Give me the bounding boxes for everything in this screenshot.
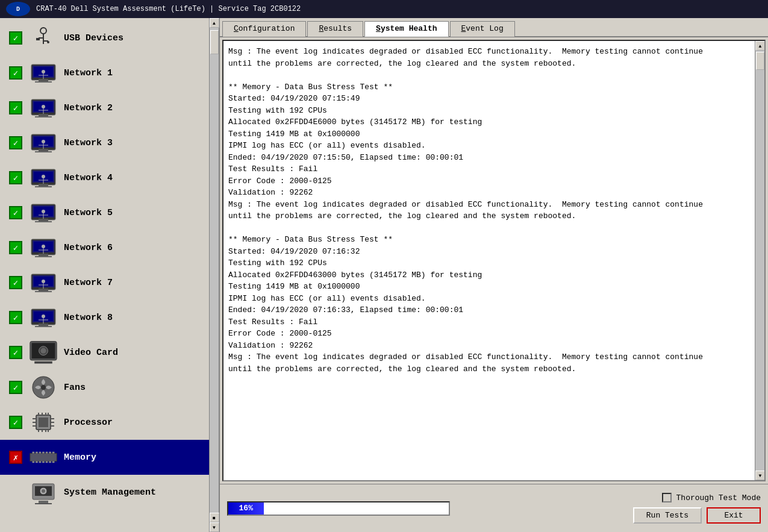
check-icon: ✓ bbox=[9, 31, 22, 45]
scroll-up-button[interactable]: ▲ bbox=[210, 18, 219, 28]
device-icon-processor bbox=[29, 410, 58, 434]
tab-system-health[interactable]: System Health bbox=[364, 21, 448, 37]
status-icon-fans: ✓ bbox=[7, 379, 24, 396]
tab-results-label: Results bbox=[319, 24, 352, 33]
progress-bar-fill: 16% bbox=[228, 502, 264, 515]
device-icon-network4 bbox=[29, 166, 58, 190]
status-icon-network2: ✓ bbox=[7, 99, 24, 116]
tab-event-log[interactable]: Event Log bbox=[450, 21, 515, 37]
svg-rect-105 bbox=[46, 461, 48, 463]
right-panel: Configuration Results System Health Even… bbox=[220, 18, 768, 532]
svg-rect-10 bbox=[35, 81, 52, 83]
device-item-network6[interactable]: ✓ Network 6 bbox=[0, 230, 219, 265]
device-item-network3[interactable]: ✓ Network 3 bbox=[0, 125, 219, 160]
bottom-bar: 16% Thorough Test Mode Run Tests Exit bbox=[220, 484, 768, 532]
svg-rect-99 bbox=[49, 452, 51, 454]
log-scrollbar[interactable]: ▲ ▼ bbox=[755, 41, 764, 480]
status-icon-network7: ✓ bbox=[7, 274, 24, 291]
device-icon-network1 bbox=[29, 61, 58, 85]
device-label-fans: Fans bbox=[64, 383, 86, 393]
svg-point-0 bbox=[40, 28, 46, 34]
svg-rect-104 bbox=[42, 461, 45, 463]
svg-rect-96 bbox=[39, 452, 42, 454]
device-item-processor[interactable]: ✓ Processor bbox=[0, 405, 219, 440]
progress-section: 16% bbox=[227, 501, 633, 516]
svg-rect-57 bbox=[39, 289, 48, 291]
svg-rect-95 bbox=[36, 452, 38, 454]
svg-rect-107 bbox=[52, 461, 55, 463]
svg-rect-65 bbox=[39, 324, 48, 326]
device-item-videocard[interactable]: ✓ Video Card bbox=[0, 335, 219, 370]
check-icon: ✓ bbox=[9, 136, 22, 149]
device-item-network4[interactable]: ✓ Network 4 bbox=[0, 160, 219, 195]
device-label-network2: Network 2 bbox=[64, 103, 113, 113]
check-icon: ✓ bbox=[9, 171, 22, 184]
svg-point-68 bbox=[42, 315, 45, 318]
svg-rect-18 bbox=[35, 116, 52, 117]
check-icon: ✓ bbox=[9, 416, 22, 429]
device-label-usb: USB Devices bbox=[64, 33, 123, 43]
left-scrollbar[interactable]: ▲ ■ ▼ bbox=[209, 18, 219, 532]
svg-point-73 bbox=[40, 348, 46, 354]
scroll-down-button[interactable]: ▼ bbox=[210, 522, 219, 532]
device-item-fans[interactable]: ✓ Fans bbox=[0, 370, 219, 405]
scroll-thumb[interactable] bbox=[210, 30, 219, 54]
svg-rect-94 bbox=[33, 452, 35, 454]
status-icon-network5: ✓ bbox=[7, 204, 24, 221]
svg-rect-110 bbox=[39, 501, 48, 503]
svg-rect-50 bbox=[35, 256, 52, 257]
log-scroll-down[interactable]: ▼ bbox=[755, 471, 765, 480]
device-icon-sysmgmt bbox=[29, 480, 58, 504]
device-label-network5: Network 5 bbox=[64, 208, 113, 218]
device-item-network5[interactable]: ✓ Network 5 bbox=[0, 195, 219, 230]
thorough-mode-label: Thorough Test Mode bbox=[676, 493, 761, 502]
device-item-usb[interactable]: ✓ USB Devices bbox=[0, 20, 219, 55]
status-icon-network3: ✓ bbox=[7, 134, 24, 151]
header-bar: D CRAT-40 Dell System Assessment (LifeTe… bbox=[0, 0, 768, 18]
thorough-mode-checkbox[interactable] bbox=[662, 493, 672, 502]
status-icon-processor: ✓ bbox=[7, 414, 24, 431]
svg-rect-49 bbox=[39, 254, 48, 256]
device-item-network7[interactable]: ✓ Network 7 bbox=[0, 265, 219, 300]
exit-button[interactable]: Exit bbox=[707, 507, 761, 524]
main-container: ✓ USB Devices✓ Network 1✓ Network bbox=[0, 18, 768, 532]
svg-point-5 bbox=[47, 41, 49, 43]
device-item-sysmgmt[interactable]: System Management bbox=[0, 475, 219, 510]
svg-rect-66 bbox=[35, 326, 52, 327]
check-icon: ✓ bbox=[9, 276, 22, 289]
device-label-network6: Network 6 bbox=[64, 243, 113, 253]
svg-rect-58 bbox=[35, 291, 52, 292]
status-icon-network1: ✓ bbox=[7, 64, 24, 81]
tab-system-health-label: System Health bbox=[376, 24, 437, 33]
device-label-network4: Network 4 bbox=[64, 173, 113, 183]
log-scroll-up[interactable]: ▲ bbox=[755, 41, 765, 51]
log-area: Msg : The event log indicates degraded o… bbox=[222, 40, 766, 481]
svg-rect-106 bbox=[49, 461, 51, 463]
svg-rect-103 bbox=[39, 461, 42, 463]
device-label-processor: Processor bbox=[64, 418, 113, 428]
tab-results[interactable]: Results bbox=[307, 21, 363, 37]
device-item-network8[interactable]: ✓ Network 8 bbox=[0, 300, 219, 335]
device-label-memory: Memory bbox=[64, 452, 96, 463]
device-item-memory[interactable]: ✗ Memory bbox=[0, 440, 219, 475]
run-tests-button[interactable]: Run Tests bbox=[633, 507, 702, 524]
svg-rect-102 bbox=[36, 461, 38, 463]
device-label-sysmgmt: System Management bbox=[64, 487, 156, 498]
device-icon-network5 bbox=[29, 201, 58, 225]
status-icon-network4: ✓ bbox=[7, 169, 24, 186]
status-icon-network8: ✓ bbox=[7, 309, 24, 326]
tab-configuration[interactable]: Configuration bbox=[222, 21, 306, 37]
tab-event-log-label: Event Log bbox=[461, 24, 504, 33]
device-icon-usb bbox=[29, 26, 58, 50]
svg-rect-74 bbox=[34, 361, 52, 364]
device-list: ✓ USB Devices✓ Network 1✓ Network bbox=[0, 18, 219, 512]
status-icon-memory: ✗ bbox=[7, 449, 24, 466]
device-item-network1[interactable]: ✓ Network 1 bbox=[0, 55, 219, 90]
tabs-container: Configuration Results System Health Even… bbox=[220, 18, 768, 37]
device-item-network2[interactable]: ✓ Network 2 bbox=[0, 90, 219, 125]
svg-rect-26 bbox=[35, 151, 52, 152]
scroll-mid-button[interactable]: ■ bbox=[210, 513, 219, 522]
log-scroll-thumb[interactable] bbox=[756, 52, 764, 70]
device-icon-network6 bbox=[29, 236, 58, 260]
device-icon-network2 bbox=[29, 96, 58, 120]
